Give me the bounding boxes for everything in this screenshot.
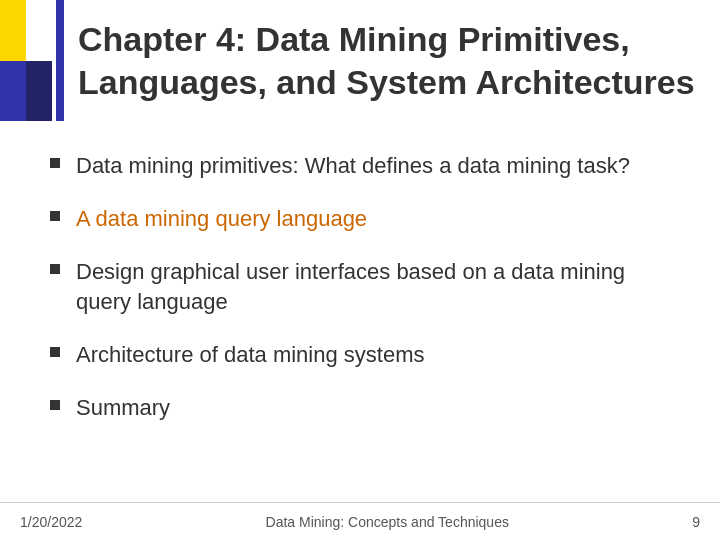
slide-footer: 1/20/2022 Data Mining: Concepts and Tech… [0, 502, 720, 540]
bullet-text-4: Architecture of data mining systems [76, 340, 424, 371]
bullet-text-5: Summary [76, 393, 170, 424]
deco-yellow [0, 0, 26, 61]
bullet-square-2 [50, 211, 60, 221]
bullet-item-1: Data mining primitives: What defines a d… [50, 151, 670, 182]
bullet-item-2: A data mining query language [50, 204, 670, 235]
deco-white [26, 0, 52, 61]
bullet-text-2: A data mining query language [76, 204, 367, 235]
bullet-text-1: Data mining primitives: What defines a d… [76, 151, 630, 182]
header-decoration [0, 0, 52, 121]
vertical-bar [56, 0, 64, 121]
bullet-text-3: Design graphical user interfaces based o… [76, 257, 670, 319]
bullet-item-4: Architecture of data mining systems [50, 340, 670, 371]
bullet-square-5 [50, 400, 60, 410]
bullet-list: Data mining primitives: What defines a d… [0, 151, 720, 424]
footer-course: Data Mining: Concepts and Techniques [266, 514, 509, 530]
bullet-square-4 [50, 347, 60, 357]
bullet-item-5: Summary [50, 393, 670, 424]
bullet-item-3: Design graphical user interfaces based o… [50, 257, 670, 319]
bullet-square-1 [50, 158, 60, 168]
title-line2: Languages, and System Architectures [78, 63, 695, 101]
title-line1: Chapter 4: Data Mining Primitives, [78, 20, 630, 58]
deco-blue [0, 61, 26, 122]
slide-header: Chapter 4: Data Mining Primitives, Langu… [0, 0, 720, 121]
slide: Chapter 4: Data Mining Primitives, Langu… [0, 0, 720, 540]
slide-title: Chapter 4: Data Mining Primitives, Langu… [78, 18, 700, 103]
deco-darkblue [26, 61, 52, 122]
footer-page: 9 [692, 514, 700, 530]
bullet-square-3 [50, 264, 60, 274]
title-block: Chapter 4: Data Mining Primitives, Langu… [78, 0, 720, 121]
footer-date: 1/20/2022 [20, 514, 82, 530]
